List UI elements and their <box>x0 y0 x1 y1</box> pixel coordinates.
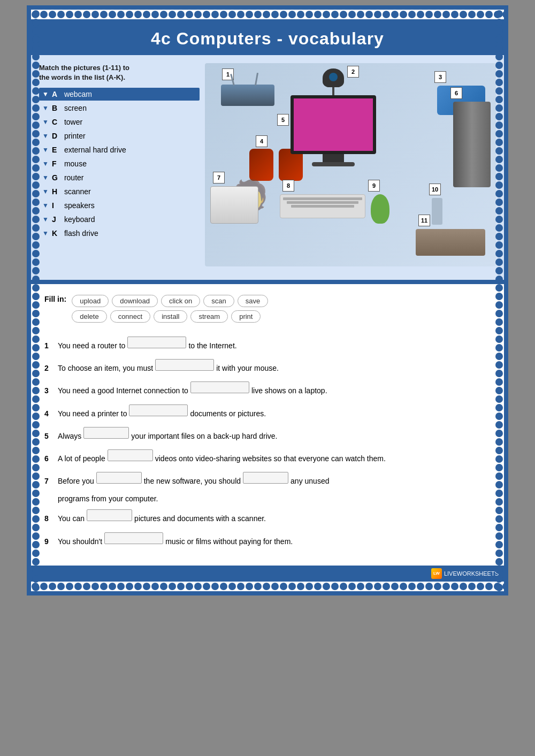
vocab-letter: G <box>52 173 60 182</box>
word-chip-upload[interactable]: upload <box>72 295 109 307</box>
sentence-9: 9 You shouldn't music or films without p… <box>44 532 491 548</box>
blank-7b[interactable] <box>243 472 288 484</box>
vocab-arrow: ▼ <box>42 160 49 167</box>
word-chip-print[interactable]: print <box>231 310 261 323</box>
vocab-letter: E <box>52 146 60 154</box>
monitor-stand <box>323 154 344 162</box>
blank-6[interactable] <box>108 449 153 461</box>
mouse-item: 9 <box>371 182 389 224</box>
blank-1[interactable] <box>127 337 186 348</box>
word-chip-delete[interactable]: delete <box>72 310 106 323</box>
vocab-item-f[interactable]: ▼Fmouse <box>39 157 200 170</box>
word-chip-click-on[interactable]: click on <box>161 295 200 307</box>
vocab-letter: A <box>52 90 60 98</box>
num-badge-2: 2 <box>347 66 359 78</box>
webcam-device <box>323 68 344 87</box>
tower-device <box>453 102 491 187</box>
vocab-item-a[interactable]: ▼Awebcam <box>39 88 200 101</box>
vocab-arrow: ▼ <box>42 188 49 195</box>
vocab-word: speakers <box>64 201 95 210</box>
vocab-letter: D <box>52 132 60 140</box>
sentence-num-6: 6 <box>44 452 55 465</box>
blank-3[interactable] <box>190 381 249 393</box>
top-decoration <box>31 10 504 19</box>
fill-in-label: Fill in: <box>44 295 66 303</box>
vocab-item-b[interactable]: ▼Bscreen <box>39 102 200 114</box>
key-row <box>287 201 358 204</box>
keyboard-keys <box>280 195 365 210</box>
monitor-item: 5 <box>291 95 376 166</box>
instructions-text: Match the pictures (1-11) to the words i… <box>39 63 200 82</box>
blank-2[interactable] <box>155 359 214 371</box>
page-title: 4c Computers - vocabulary <box>31 29 504 49</box>
word-chip-save[interactable]: save <box>238 295 268 307</box>
scanner-item: 11 <box>416 217 485 256</box>
sentence-3: 3 You need a good Internet connection to… <box>44 381 491 398</box>
computer-image: 1 2 3 <box>205 63 496 266</box>
sentences-section: 1 You need a router to to the Internet. … <box>44 337 491 548</box>
vocab-item-c[interactable]: ▼Ctower <box>39 116 200 128</box>
num-badge-5: 5 <box>277 114 289 126</box>
blank-9[interactable] <box>104 532 163 544</box>
image-panel: 1 2 3 <box>205 63 496 272</box>
bottom-decoration <box>31 582 504 591</box>
vocab-item-e[interactable]: ▼Eexternal hard drive <box>39 143 200 156</box>
sentence-1: 1 You need a router to to the Internet. <box>44 337 491 353</box>
num-badge-10: 10 <box>429 184 441 195</box>
vocab-item-i[interactable]: ▼Ispeakers <box>39 199 200 212</box>
vocab-letter: I <box>52 201 60 210</box>
sentence-3-after: live shows on a laptop. <box>251 384 327 398</box>
key-row <box>283 197 362 200</box>
sentence-2-before: To choose an item, you must <box>58 362 153 375</box>
sentence-4: 4 You need a printer to documents or pic… <box>44 404 491 421</box>
word-chip-scan[interactable]: scan <box>203 295 234 307</box>
router-item: 1 <box>221 71 274 106</box>
footer-bar: LW LIVEWORKSHEETS <box>31 566 504 582</box>
monitor-screen <box>291 95 376 154</box>
vocab-letter: B <box>52 104 60 112</box>
sentence-3-before: You need a good Internet connection to <box>58 384 188 398</box>
vocab-word: mouse <box>64 159 87 168</box>
vocab-word: external hard drive <box>64 146 126 154</box>
sentence-7-before: Before you <box>58 475 94 488</box>
blank-8[interactable] <box>87 509 132 521</box>
vocab-item-h[interactable]: ▼Hscanner <box>39 185 200 198</box>
monitor-base <box>312 162 355 166</box>
vocab-item-j[interactable]: ▼Jkeyboard <box>39 213 200 226</box>
num-badge-7: 7 <box>213 172 225 184</box>
sentence-num-3: 3 <box>44 384 55 398</box>
word-bank: uploaddownloadclick onscansave deletecon… <box>72 295 268 326</box>
blank-4[interactable] <box>129 404 188 416</box>
word-chip-download[interactable]: download <box>112 295 158 307</box>
webcam-item: 2 <box>323 68 344 98</box>
vocab-arrow: ▼ <box>42 216 49 223</box>
printer-device <box>210 186 258 224</box>
word-chip-install[interactable]: install <box>154 310 187 323</box>
keyboard-device <box>280 194 365 218</box>
vocab-word: webcam <box>64 90 92 98</box>
sentence-8-after: pictures and documents with a scanner. <box>134 512 266 525</box>
word-bank-row1: uploaddownloadclick onscansave <box>72 295 268 307</box>
num-badge-3: 3 <box>434 71 446 83</box>
sentence-1-after: to the Internet. <box>188 339 236 353</box>
vocab-word: router <box>64 173 84 182</box>
mouse-device <box>371 194 389 224</box>
sentence-num-7: 7 <box>44 475 55 488</box>
sentence-num-1: 1 <box>44 339 55 353</box>
word-chip-connect[interactable]: connect <box>110 310 151 323</box>
vocab-item-d[interactable]: ▼Dprinter <box>39 129 200 142</box>
fill-in-header: Fill in: uploaddownloadclick onscansave … <box>44 295 491 326</box>
blank-5[interactable] <box>83 427 129 439</box>
section-divider <box>31 280 504 284</box>
sentence-num-2: 2 <box>44 362 55 375</box>
sentence-9-after: music or films without paying for them. <box>165 535 293 548</box>
num-badge-11: 11 <box>418 215 430 226</box>
vocab-arrow: ▼ <box>42 132 49 140</box>
blank-7a[interactable] <box>96 472 142 484</box>
vocab-word: screen <box>64 104 87 112</box>
vocab-item-k[interactable]: ▼Kflash drive <box>39 227 200 240</box>
word-chip-stream[interactable]: stream <box>190 310 228 323</box>
vocab-item-g[interactable]: ▼Grouter <box>39 171 200 184</box>
vocab-letter: C <box>52 118 60 126</box>
page: 4c Computers - vocabulary Match the pict… <box>27 5 508 595</box>
